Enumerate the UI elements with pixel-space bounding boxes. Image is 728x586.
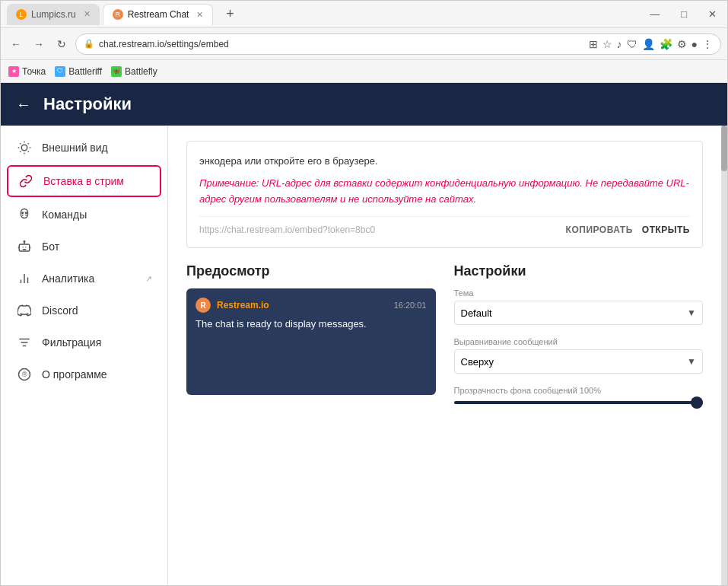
tab-restream-label: Restream Chat	[128, 9, 189, 20]
bookmark-tochka-label: Точка	[22, 66, 46, 77]
two-col-layout: Предосмотр R Restream.io 16:20:01 The ch…	[186, 263, 703, 416]
about-label: О программе	[42, 368, 107, 381]
svg-text:®: ®	[22, 371, 27, 378]
lumpics-favicon: L	[16, 9, 27, 20]
url-row: https://chat.restream.io/embed?token=8bc…	[199, 216, 690, 235]
restream-favicon: R	[113, 9, 123, 20]
theme-select[interactable]: Default ▼	[454, 301, 704, 325]
scrollbar-thumb[interactable]	[721, 126, 727, 171]
battlefly-icon: 🦋	[111, 66, 122, 77]
address-icons: ⊞ ☆ ♪ 🛡 👤 🧩 ⚙ ● ⋮	[589, 38, 713, 50]
commands-label: Команды	[42, 209, 87, 221]
settings-icon[interactable]: ⚙	[677, 38, 687, 50]
ssl-lock-icon: 🔒	[84, 39, 94, 49]
sidebar-item-discord[interactable]: Discord	[1, 295, 167, 326]
bookmark-battleriff[interactable]: 🛡 Battleriff	[55, 66, 102, 77]
minimize-button[interactable]: —	[645, 7, 664, 21]
app-content: ← Настройки Внешний вид Вставка в стрим	[1, 83, 727, 585]
tab-lumpics[interactable]: L Lumpics.ru ✕	[7, 4, 100, 25]
forward-nav-button[interactable]: →	[30, 35, 48, 53]
user-avatar[interactable]: ●	[691, 38, 698, 50]
svg-line-3	[20, 143, 21, 144]
back-nav-button[interactable]: ←	[7, 35, 25, 53]
music-icon[interactable]: ♪	[617, 38, 622, 50]
tochka-icon: ★	[8, 66, 19, 77]
close-button[interactable]: ✕	[704, 7, 721, 21]
svg-point-0	[21, 145, 27, 151]
app-body: Внешний вид Вставка в стрим Команды	[1, 126, 727, 585]
maximize-button[interactable]: □	[676, 7, 691, 21]
new-tab-button[interactable]: +	[219, 4, 240, 25]
translate-icon[interactable]: ⊞	[589, 38, 598, 50]
filter-label: Фильтрация	[42, 336, 101, 349]
main-content: энкодера или откройте его в браузере. Пр…	[168, 126, 721, 585]
appearance-icon	[16, 139, 33, 156]
embed-label: Вставка в стрим	[43, 175, 124, 187]
analytics-ext-icon: ↗	[145, 274, 152, 284]
svg-point-12	[24, 241, 25, 243]
sidebar-item-commands[interactable]: Команды	[1, 199, 167, 231]
menu-icon[interactable]: ⋮	[702, 38, 713, 50]
extension-icon[interactable]: 🧩	[660, 38, 672, 50]
opacity-label: Прозрачность фона сообщений 100%	[454, 386, 704, 395]
bookmark-icon[interactable]: ☆	[602, 38, 612, 50]
analytics-icon	[16, 270, 33, 287]
svg-line-4	[28, 151, 29, 152]
url-input[interactable]: https://chat.restream.io/embed?token=8bc…	[199, 225, 557, 235]
slider-track	[454, 401, 704, 404]
sidebar-item-analytics[interactable]: Аналитика ↗	[1, 263, 167, 295]
align-setting: Выравнивание сообщений Сверху ▼	[454, 337, 704, 374]
info-box: энкодера или откройте его в браузере. Пр…	[186, 141, 703, 248]
theme-label: Тема	[454, 288, 704, 298]
theme-value: Default	[461, 307, 492, 319]
svg-point-10	[26, 212, 27, 214]
sidebar-item-about[interactable]: ® О программе	[1, 358, 167, 390]
address-bar[interactable]: 🔒 chat.restream.io/settings/embed ⊞ ☆ ♪ …	[75, 33, 721, 55]
scrollbar[interactable]	[721, 126, 727, 585]
opacity-slider[interactable]	[454, 401, 704, 404]
preview-column: Предосмотр R Restream.io 16:20:01 The ch…	[186, 263, 436, 416]
bookmarks-bar: ★ Точка 🛡 Battleriff 🦋 Battlefly	[1, 60, 727, 83]
preview-avatar: R	[196, 298, 211, 313]
shield-icon[interactable]: 🛡	[627, 38, 637, 50]
window-controls: — □ ✕	[645, 7, 721, 21]
sidebar-item-filter[interactable]: Фильтрация	[1, 326, 167, 358]
preview-msg-header: R Restream.io 16:20:01	[196, 298, 427, 313]
title-bar: L Lumpics.ru ✕ R Restream Chat ✕ + — □ ✕	[1, 1, 727, 28]
tab-restream-close[interactable]: ✕	[196, 10, 203, 20]
open-button[interactable]: ОТКРЫТЬ	[642, 225, 690, 235]
tab-restream[interactable]: R Restream Chat ✕	[103, 4, 214, 25]
align-select[interactable]: Сверху ▼	[454, 349, 704, 374]
settings-title: Настройки	[454, 263, 704, 279]
preview-message: R Restream.io 16:20:01 The chat is ready…	[196, 298, 427, 331]
reload-button[interactable]: ↻	[52, 35, 71, 53]
preview-box: R Restream.io 16:20:01 The chat is ready…	[186, 288, 436, 395]
sidebar-item-embed[interactable]: Вставка в стрим	[7, 165, 161, 197]
opacity-setting: Прозрачность фона сообщений 100%	[454, 386, 704, 404]
app-header: ← Настройки	[1, 83, 727, 126]
discord-icon	[16, 302, 33, 319]
slider-thumb[interactable]	[691, 397, 703, 409]
info-text-note: Примечание: URL-адрес для вставки содерж…	[199, 176, 690, 208]
sidebar-item-appearance[interactable]: Внешний вид	[1, 132, 167, 164]
sidebar-item-bot[interactable]: Бот	[1, 231, 167, 263]
preview-title: Предосмотр	[186, 263, 436, 279]
browser-window: L Lumpics.ru ✕ R Restream Chat ✕ + — □ ✕…	[0, 0, 728, 586]
bot-label: Бот	[42, 240, 59, 253]
sidebar: Внешний вид Вставка в стрим Команды	[1, 126, 168, 585]
app-back-button[interactable]: ←	[16, 96, 31, 113]
copy-button[interactable]: КОПИРОВАТЬ	[566, 225, 633, 235]
preview-text: The chat is ready to display messages.	[196, 317, 427, 331]
embed-icon	[17, 173, 34, 189]
bookmark-tochka[interactable]: ★ Точка	[8, 66, 46, 77]
align-label: Выравнивание сообщений	[454, 337, 704, 346]
app-title: Настройки	[43, 94, 132, 114]
battleriff-icon: 🛡	[55, 66, 65, 77]
tab-lumpics-close[interactable]: ✕	[84, 9, 91, 19]
preview-time: 16:20:01	[394, 301, 427, 310]
discord-label: Discord	[42, 304, 78, 317]
svg-point-9	[22, 212, 24, 214]
profile-icon[interactable]: 👤	[642, 38, 655, 50]
bookmark-battlefly[interactable]: 🦋 Battlefly	[111, 66, 157, 77]
address-bar-row: ← → ↻ 🔒 chat.restream.io/settings/embed …	[1, 28, 727, 60]
